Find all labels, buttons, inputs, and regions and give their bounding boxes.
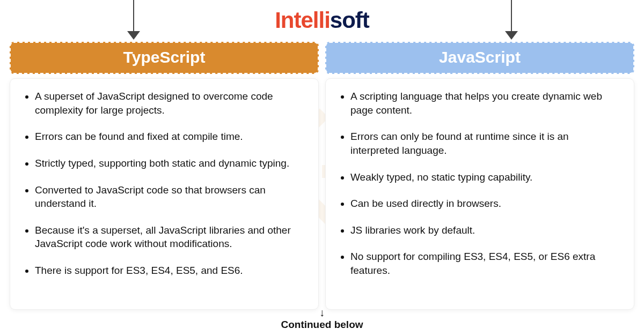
list-item: There is support for ES3, ES4, ES5, and …	[35, 264, 304, 278]
column-typescript: TypeScript A superset of JavaScript desi…	[10, 42, 319, 310]
hanger-icon	[511, 0, 512, 32]
list-item: Weakly typed, no static typing capabilit…	[350, 170, 620, 184]
card-typescript: A superset of JavaScript designed to ove…	[10, 78, 319, 310]
list-item: Strictly typed, supporting both static a…	[35, 156, 304, 170]
list-item: Converted to JavaScript code so that bro…	[35, 183, 304, 211]
brand-part2: soft	[330, 8, 369, 33]
list-item: Can be used directly in browsers.	[350, 197, 620, 211]
list-item: Because it's a superset, all JavaScript …	[35, 223, 304, 251]
card-javascript: A scripting language that helps you crea…	[325, 78, 634, 310]
arrow-down-icon: ↓	[281, 307, 363, 318]
list-item: Errors can be found and fixed at compile…	[35, 130, 304, 144]
brand-part1: Intelli	[275, 8, 330, 33]
list-item: A scripting language that helps you crea…	[350, 89, 620, 117]
list-item: A superset of JavaScript designed to ove…	[35, 89, 304, 117]
comparison-diagram: Intellisoft TypeScript A superset of Jav…	[0, 0, 644, 336]
continued-label: Continued below	[281, 319, 363, 330]
continued-footer: ↓ Continued below	[281, 307, 363, 331]
column-header-javascript: JavaScript	[325, 42, 634, 74]
hanger-icon	[133, 0, 134, 32]
list-item: No support for compiling ES3, ES4, ES5, …	[350, 250, 620, 277]
column-header-typescript: TypeScript	[10, 42, 319, 74]
points-javascript: A scripting language that helps you crea…	[340, 89, 620, 278]
column-javascript: JavaScript A scripting language that hel…	[325, 42, 634, 310]
points-typescript: A superset of JavaScript designed to ove…	[24, 89, 304, 278]
brand-logo: Intellisoft	[275, 8, 369, 33]
list-item: JS libraries work by default.	[350, 223, 620, 237]
list-item: Errors can only be found at runtime sinc…	[350, 130, 620, 157]
columns: TypeScript A superset of JavaScript desi…	[10, 42, 634, 310]
